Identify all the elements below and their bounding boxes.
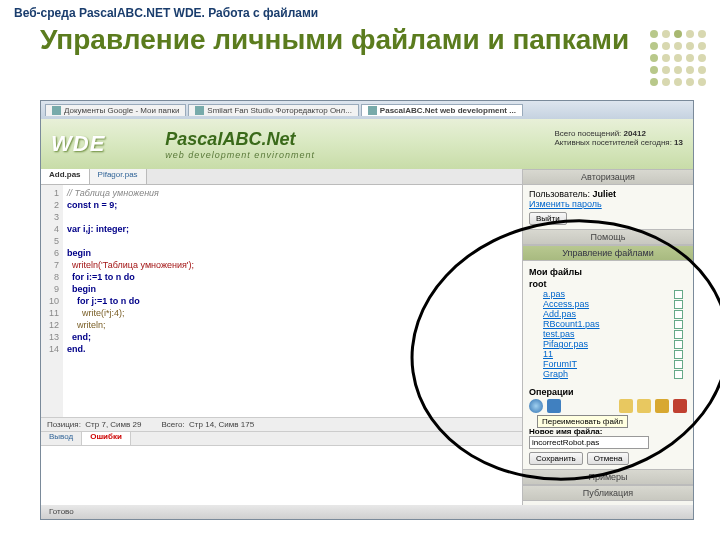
file-tree-item: Graph: [543, 369, 687, 379]
file-checkbox[interactable]: [674, 350, 683, 359]
new-folder-icon[interactable]: [619, 399, 633, 413]
section-auth[interactable]: Авторизация: [523, 169, 693, 185]
file-checkbox[interactable]: [674, 310, 683, 319]
file-checkbox[interactable]: [674, 330, 683, 339]
section-file-mgmt[interactable]: Управление файлами: [523, 245, 693, 261]
position-bar: Позиция: Стр 7, Симв 29 Всего: Стр 14, С…: [41, 417, 522, 431]
rename-tooltip: Переименовать файл: [537, 415, 628, 428]
editor-tab[interactable]: Pifagor.pas: [90, 169, 147, 184]
code-body[interactable]: // Таблица умножения const n = 9; var i,…: [63, 185, 198, 417]
delete-icon[interactable]: [673, 399, 687, 413]
save-button[interactable]: Сохранить: [529, 452, 583, 465]
auth-body: Пользователь: Juliet Изменить пароль Вый…: [523, 185, 693, 229]
favicon-icon: [52, 106, 61, 115]
rename-icon[interactable]: [655, 399, 669, 413]
file-tree-item: RBcount1.pas: [543, 319, 687, 329]
file-link[interactable]: Add.pas: [543, 309, 576, 319]
logout-button[interactable]: Выйти: [529, 212, 567, 225]
slide-breadcrumb: Веб-среда PascalABC.NET WDE. Работа с фа…: [0, 0, 720, 20]
wde-logo: WDE: [51, 131, 105, 157]
file-checkbox[interactable]: [674, 360, 683, 369]
code-editor[interactable]: 1234567891011121314 // Таблица умножения…: [41, 185, 522, 417]
tab-output[interactable]: Вывод: [41, 432, 82, 445]
browser-tab[interactable]: Smilart Fan Studio Фоторедактор Онл...: [188, 104, 359, 116]
upload-icon[interactable]: [547, 399, 561, 413]
section-help[interactable]: Помощь: [523, 229, 693, 245]
file-tree-item: a.pas: [543, 289, 687, 299]
root-folder[interactable]: root: [529, 279, 687, 289]
file-link[interactable]: test.pas: [543, 329, 575, 339]
site-banner: WDE PascalABC.Net web development enviro…: [41, 119, 693, 169]
editor-tabs: Add.pas Pifagor.pas: [41, 169, 522, 185]
tab-label: Smilart Fan Studio Фоторедактор Онл...: [207, 106, 352, 115]
rename-input[interactable]: [529, 436, 649, 449]
tab-label: Документы Google - Мои папки: [64, 106, 179, 115]
file-checkbox[interactable]: [674, 340, 683, 349]
section-examples[interactable]: Примеры: [523, 469, 693, 485]
file-checkbox[interactable]: [674, 370, 683, 379]
favicon-icon: [368, 106, 377, 115]
editor-tab-active[interactable]: Add.pas: [41, 169, 90, 184]
file-checkbox[interactable]: [674, 290, 683, 299]
publish-icon[interactable]: [529, 399, 543, 413]
rename-form: Новое имя файла: Сохранить Отмена: [529, 427, 687, 465]
file-tree-item: Add.pas: [543, 309, 687, 319]
file-link[interactable]: RBcount1.pas: [543, 319, 600, 329]
section-publish[interactable]: Публикация: [523, 485, 693, 501]
sidebar: Авторизация Пользователь: Juliet Изменит…: [523, 169, 693, 505]
folder-icon[interactable]: [637, 399, 651, 413]
line-gutter: 1234567891011121314: [41, 185, 63, 417]
operation-toolbar: Переименовать файл: [529, 399, 687, 413]
browser-tabbar: Документы Google - Мои папки Smilart Fan…: [41, 101, 693, 119]
tab-errors[interactable]: Ошибки: [82, 432, 131, 445]
cancel-button[interactable]: Отмена: [587, 452, 630, 465]
browser-tab-active[interactable]: PascalABC.Net web development ...: [361, 104, 523, 116]
browser-window: Документы Google - Мои папки Smilart Fan…: [40, 100, 694, 520]
decorative-dots: [650, 30, 706, 86]
user-label: Пользователь:: [529, 189, 590, 199]
file-link[interactable]: ForumIT: [543, 359, 577, 369]
file-checkbox[interactable]: [674, 300, 683, 309]
rename-label: Новое имя файла:: [529, 427, 687, 436]
file-tree-item: test.pas: [543, 329, 687, 339]
brand-subtitle: web development environment: [165, 150, 315, 160]
file-tree-item: Pifagor.pas: [543, 339, 687, 349]
output-tabs: Вывод Ошибки: [41, 431, 522, 445]
file-link[interactable]: Graph: [543, 369, 568, 379]
my-files-label: Мои файлы: [529, 267, 687, 277]
slide-title: Управление личными файлами и папками: [0, 20, 720, 64]
file-checkbox[interactable]: [674, 320, 683, 329]
file-link[interactable]: Access.pas: [543, 299, 589, 309]
file-link[interactable]: Pifagor.pas: [543, 339, 588, 349]
brand-block: PascalABC.Net web development environmen…: [165, 129, 315, 160]
visit-stats: Всего посещений: 20412 Активных посетите…: [554, 129, 683, 147]
files-body: Мои файлы root a.pasAccess.pasAdd.pasRBc…: [523, 261, 693, 469]
output-panel: [41, 445, 522, 505]
browser-tab[interactable]: Документы Google - Мои папки: [45, 104, 186, 116]
file-tree-item: 11: [543, 349, 687, 359]
editor-column: Add.pas Pifagor.pas 1234567891011121314 …: [41, 169, 523, 505]
user-name: Juliet: [592, 189, 616, 199]
file-link[interactable]: 11: [543, 349, 553, 359]
file-tree-item: Access.pas: [543, 299, 687, 309]
tab-label: PascalABC.Net web development ...: [380, 106, 516, 115]
status-bar: Готово: [41, 505, 693, 519]
file-link[interactable]: a.pas: [543, 289, 565, 299]
change-password-link[interactable]: Изменить пароль: [529, 199, 602, 209]
favicon-icon: [195, 106, 204, 115]
file-tree-item: ForumIT: [543, 359, 687, 369]
brand-title: PascalABC.Net: [165, 129, 315, 150]
operations-label: Операции: [529, 387, 687, 397]
